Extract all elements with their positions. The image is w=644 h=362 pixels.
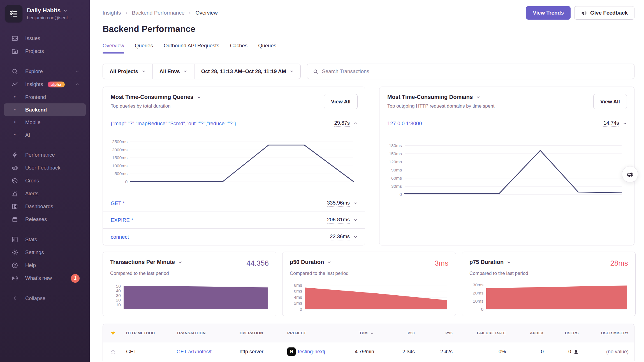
date-range-filter[interactable]: Oct 28, 11:13 AM–Oct 28, 11:19 AM — [194, 64, 300, 79]
org-switcher[interactable]: Daily Habits benjamin.coe@sent… — [0, 5, 90, 22]
star-outline-icon[interactable] — [110, 349, 116, 355]
search-icon — [313, 69, 318, 74]
sidebar-collapse-button[interactable]: Collapse — [4, 292, 86, 305]
transaction-link[interactable]: GET /v1/notes/t… — [177, 349, 217, 355]
chevron-up-icon[interactable] — [353, 121, 358, 126]
chevron-down-icon[interactable] — [327, 260, 332, 264]
sidebar-item-frontend[interactable]: • Frontend — [4, 91, 86, 103]
tab-caches[interactable]: Caches — [230, 43, 247, 53]
sidebar-item-ai[interactable]: • AI — [4, 129, 86, 141]
chevron-down-icon — [142, 69, 146, 73]
environment-filter[interactable]: All Envs — [152, 64, 194, 79]
project-link[interactable]: testing-nextj… — [298, 349, 330, 355]
sidebar-item-settings[interactable]: Settings — [4, 246, 86, 259]
query-link[interactable]: EXPIRE * — [111, 217, 133, 223]
chevron-down-icon[interactable] — [353, 235, 358, 239]
domain-link[interactable]: 127.0.0.1:3000 — [387, 120, 422, 127]
queries-view-all-button[interactable]: View All — [324, 94, 358, 109]
chevron-down-icon[interactable] — [353, 218, 358, 222]
svg-text:40: 40 — [116, 288, 121, 293]
tpm-chart: 5040302010 — [110, 281, 269, 312]
breadcrumb-overview: Overview — [195, 10, 217, 16]
sidebar-item-releases[interactable]: Releases — [4, 213, 86, 226]
sidebar-item-explore[interactable]: Explore — [4, 65, 86, 78]
column-header-p95[interactable]: P95 — [418, 331, 455, 335]
project-filter[interactable]: All Projects — [103, 64, 152, 79]
column-header-project[interactable]: PROJECT — [284, 331, 340, 335]
most-time-consuming-queries-panel: Most Time-Consuming Queries Top queries … — [103, 87, 365, 245]
column-header-apdex[interactable]: APDEX — [509, 331, 546, 335]
whats-new-badge: 1 — [71, 274, 80, 283]
column-header-http-method[interactable]: HTTP METHOD — [123, 331, 174, 335]
query-row: GET * 335.96ms — [103, 195, 365, 212]
column-header-user-misery[interactable]: USER MISERY — [582, 331, 634, 335]
query-row: EXPIRE * 206.81ms — [103, 212, 365, 228]
star-icon[interactable] — [110, 330, 116, 336]
sidebar-item-projects[interactable]: Projects — [4, 45, 86, 58]
svg-text:50: 50 — [116, 284, 121, 289]
tab-outbound-api-requests[interactable]: Outbound API Requests — [164, 43, 219, 53]
tab-queues[interactable]: Queues — [258, 43, 276, 53]
tpm-value: 44.356 — [246, 259, 269, 268]
chevron-down-icon[interactable] — [507, 260, 511, 264]
chevron-down-icon[interactable] — [353, 201, 358, 205]
sidebar-item-user-feedback[interactable]: User Feedback — [4, 161, 86, 174]
column-header-operation[interactable]: OPERATION — [237, 331, 284, 335]
tab-overview[interactable]: Overview — [103, 43, 124, 53]
sidebar-item-whats-new[interactable]: What's new 1 — [4, 272, 86, 285]
search-transactions-input[interactable] — [322, 68, 629, 75]
sidebar-item-mobile[interactable]: • Mobile — [4, 116, 86, 129]
column-header-failure-rate[interactable]: FAILURE RATE — [455, 331, 509, 335]
breadcrumb-insights[interactable]: Insights — [103, 10, 121, 16]
sidebar-item-help[interactable]: Help — [4, 259, 86, 272]
transactions-per-minute-card: Transactions Per Minute 44.356 Compared … — [103, 252, 276, 316]
breadcrumb-backend-performance[interactable]: Backend Performance — [132, 10, 184, 16]
domain-total-time[interactable]: 14.74s — [603, 120, 619, 127]
org-avatar — [5, 5, 22, 22]
sidebar-item-backend[interactable]: • Backend — [4, 103, 86, 116]
sidebar-item-insights[interactable]: Insights alpha — [4, 78, 86, 91]
chevron-down-icon — [63, 8, 68, 13]
page-title: Backend Performance — [103, 24, 634, 34]
column-header-users[interactable]: USERS — [546, 331, 582, 335]
p75-value: 28ms — [610, 259, 628, 268]
search-transactions-box[interactable] — [307, 64, 634, 79]
query-total-time[interactable]: 206.81ms — [327, 217, 350, 224]
query-link[interactable]: GET * — [111, 200, 125, 206]
tab-queries[interactable]: Queries — [135, 43, 153, 53]
bullet-icon: • — [11, 107, 18, 113]
sidebar-item-stats[interactable]: Stats — [4, 233, 86, 246]
column-header-tpm[interactable]: TPM — [340, 331, 377, 335]
cell-operation: http.server — [237, 349, 284, 355]
query-link[interactable]: connect — [111, 234, 129, 240]
insights-icon — [11, 81, 18, 88]
queries-panel-title: Most Time-Consuming Queries — [111, 94, 193, 100]
chevron-down-icon[interactable] — [197, 95, 201, 99]
query-total-time[interactable]: 335.96ms — [327, 200, 350, 207]
query-total-time[interactable]: 29.87s — [334, 120, 350, 127]
query-link[interactable]: {"map":"?","mapReduce":"$cmd","out":"?",… — [111, 120, 236, 127]
chevron-down-icon[interactable] — [178, 260, 182, 264]
bar-chart-icon — [11, 236, 18, 243]
sidebar-item-performance[interactable]: Performance — [4, 148, 86, 161]
domains-view-all-button[interactable]: View All — [593, 94, 627, 109]
column-header-transaction[interactable]: TRANSACTION — [174, 331, 237, 335]
most-time-consuming-domains-panel: Most Time-Consuming Domains Top outgoing… — [379, 87, 634, 245]
svg-text:10ms: 10ms — [473, 299, 483, 303]
chevron-up-icon[interactable] — [623, 121, 627, 126]
column-header-p50[interactable]: P50 — [377, 331, 418, 335]
view-trends-button[interactable]: View Trends — [526, 6, 571, 20]
svg-text:2500ms: 2500ms — [112, 139, 128, 144]
sidebar-item-crons[interactable]: Crons — [4, 174, 86, 187]
p75-chart: 30ms20ms10ms0 — [469, 281, 628, 312]
sidebar-item-alerts[interactable]: Alerts — [4, 187, 86, 200]
p50-card-subtitle: Compared to the last period — [290, 271, 448, 276]
give-feedback-button[interactable]: Give Feedback — [574, 6, 634, 20]
svg-text:0: 0 — [399, 192, 402, 197]
query-total-time[interactable]: 22.36ms — [330, 233, 350, 240]
chevron-down-icon[interactable] — [476, 95, 481, 99]
floating-feedback-button[interactable] — [622, 166, 638, 182]
sidebar-item-issues[interactable]: Issues — [4, 32, 86, 45]
sidebar-item-dashboards[interactable]: Dashboards — [4, 200, 86, 213]
tpm-card-subtitle: Compared to the last period — [110, 271, 269, 276]
